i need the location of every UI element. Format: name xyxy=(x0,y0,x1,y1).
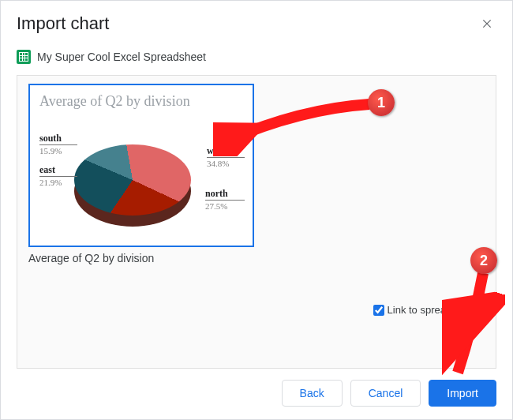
import-button[interactable]: Import xyxy=(429,380,496,407)
import-chart-dialog: Import chart My Super Cool Excel Spreads… xyxy=(0,0,513,420)
slice-label-east: east 21.9% xyxy=(39,165,77,188)
back-button[interactable]: Back xyxy=(282,380,343,407)
slice-label-north: north 27.5% xyxy=(205,189,245,212)
link-to-spreadsheet-checkbox[interactable]: Link to spreadsheet xyxy=(373,304,477,316)
annotation-badge-1: 1 xyxy=(368,89,395,116)
cancel-button[interactable]: Cancel xyxy=(350,380,421,407)
close-icon xyxy=(481,18,492,29)
dialog-header: Import chart xyxy=(1,1,512,40)
sheets-icon xyxy=(17,50,31,64)
close-button[interactable] xyxy=(477,14,496,33)
chart-selection-area: Average of Q2 by division south 15.9% ea… xyxy=(17,75,496,369)
chart-caption: Average of Q2 by division xyxy=(28,252,485,264)
slice-label-south: south 15.9% xyxy=(39,133,77,156)
dialog-title: Import chart xyxy=(17,13,109,34)
link-checkbox-input[interactable] xyxy=(373,305,384,316)
slice-label-west: west 34.8% xyxy=(207,146,245,169)
pie-chart: south 15.9% east 21.9% west 34.8% north … xyxy=(39,113,245,231)
pie-3d xyxy=(74,144,191,216)
source-name: My Super Cool Excel Spreadsheet xyxy=(37,51,206,63)
source-row: My Super Cool Excel Spreadsheet xyxy=(1,40,512,75)
link-checkbox-label: Link to spreadsheet xyxy=(388,304,477,316)
chart-thumbnail[interactable]: Average of Q2 by division south 15.9% ea… xyxy=(28,84,254,247)
chart-title: Average of Q2 by division xyxy=(39,93,243,110)
annotation-badge-2: 2 xyxy=(470,247,497,274)
dialog-footer: Back Cancel Import xyxy=(1,369,512,419)
